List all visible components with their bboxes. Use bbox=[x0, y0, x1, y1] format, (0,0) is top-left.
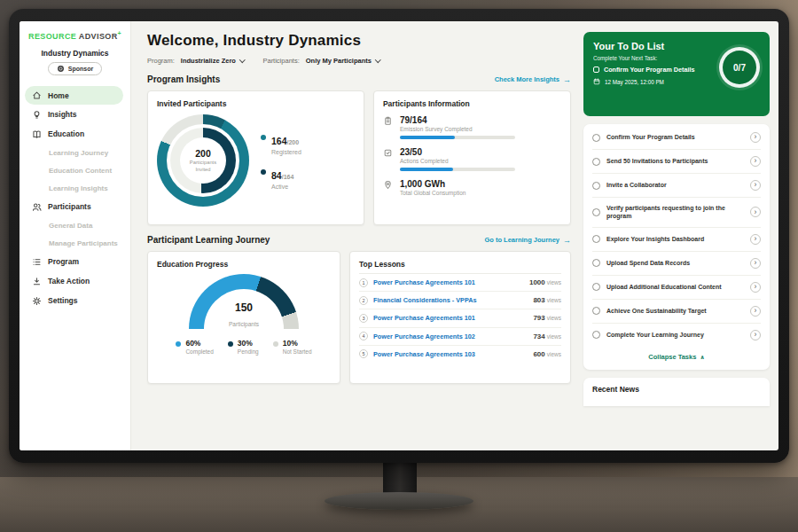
arrow-right-icon: → bbox=[563, 75, 571, 84]
rank-badge: 2 bbox=[359, 296, 368, 305]
donut-center-value: 200 bbox=[195, 148, 211, 159]
todo-column: Your To Do List Complete Your Next Task:… bbox=[582, 21, 778, 450]
chevron-right-icon[interactable]: › bbox=[750, 258, 761, 269]
lesson-link[interactable]: Financial Considerations - VPPAs bbox=[373, 296, 528, 304]
logo-primary: RESOURCE bbox=[28, 32, 76, 41]
sidebar-item-settings[interactable]: Settings bbox=[20, 291, 130, 310]
sidebar-item-take-action[interactable]: Take Action bbox=[20, 271, 130, 291]
legend-completed: 60% Completed bbox=[176, 339, 213, 355]
task-row-verify-participants[interactable]: Verify participants requesting to join t… bbox=[592, 198, 761, 228]
lesson-link[interactable]: Power Purchase Agreements 103 bbox=[373, 350, 528, 358]
gauge-center-value: 150 bbox=[189, 301, 299, 314]
task-row-invite-collaborator[interactable]: Invite a Collaborator › bbox=[592, 174, 761, 198]
invited-participants-card: Invited Participants 200 Participants In… bbox=[147, 90, 364, 225]
sidebar-item-general-data[interactable]: General Data bbox=[20, 216, 130, 234]
rank-badge: 4 bbox=[359, 332, 368, 340]
task-checkbox[interactable] bbox=[592, 283, 600, 291]
sidebar: RESOURCE ADVISOR+ Industry Dynamics Spon… bbox=[20, 21, 131, 450]
chevron-right-icon[interactable]: › bbox=[750, 282, 761, 293]
task-checkbox[interactable] bbox=[592, 331, 600, 339]
sidebar-item-learning-insights[interactable]: Learning Insights bbox=[20, 179, 130, 197]
lesson-views: 734views bbox=[533, 332, 561, 340]
chevron-down-icon bbox=[239, 57, 245, 62]
sidebar-item-learning-journey[interactable]: Learning Journey bbox=[20, 144, 130, 161]
task-checkbox[interactable] bbox=[592, 307, 600, 315]
task-checkbox[interactable] bbox=[592, 158, 600, 166]
task-row-explore-insights[interactable]: Explore Your Insights Dashboard › bbox=[592, 228, 761, 252]
sidebar-item-education-content[interactable]: Education Content bbox=[20, 161, 130, 179]
check-more-insights-link[interactable]: Check More Insights → bbox=[495, 75, 571, 84]
lesson-views: 803views bbox=[533, 296, 561, 304]
lesson-link[interactable]: Power Purchase Agreements 101 bbox=[373, 278, 524, 286]
rank-badge: 3 bbox=[359, 314, 368, 323]
lesson-row: 2 Financial Considerations - VPPAs 803vi… bbox=[359, 292, 561, 309]
task-row-send-invitations[interactable]: Send 50 Invitations to Participants › bbox=[592, 150, 761, 174]
location-pin-icon bbox=[383, 180, 393, 196]
task-row-confirm-program[interactable]: Confirm Your Program Details › bbox=[592, 126, 761, 150]
legend-active: 84/164 Active bbox=[261, 167, 301, 190]
participants-dropdown[interactable]: Only My Participants bbox=[306, 57, 380, 65]
collapse-tasks-link[interactable]: Collapse Tasks∧ bbox=[592, 347, 761, 368]
stat-actions-completed: 23/50 Actions Completed bbox=[383, 147, 561, 171]
lesson-views: 793views bbox=[533, 314, 561, 322]
task-row-upload-spend-data[interactable]: Upload Spend Data Records › bbox=[592, 252, 761, 276]
task-checkbox[interactable] bbox=[592, 134, 600, 142]
rank-badge: 1 bbox=[359, 278, 368, 287]
chevron-down-icon bbox=[375, 57, 380, 62]
task-checkbox[interactable] bbox=[592, 259, 600, 267]
task-row-complete-learning-journey[interactable]: Complete Your Learning Journey › bbox=[592, 324, 761, 347]
lesson-link[interactable]: Power Purchase Agreements 101 bbox=[373, 314, 528, 322]
sidebar-item-program[interactable]: Program bbox=[20, 252, 130, 271]
invited-donut: 200 Participants Invited bbox=[157, 114, 249, 207]
todo-task-list: Confirm Your Program Details › Send 50 I… bbox=[583, 124, 770, 370]
chevron-right-icon[interactable]: › bbox=[750, 306, 761, 317]
sponsor-badge: Sponsor bbox=[48, 62, 102, 75]
program-dropdown[interactable]: Industrialize Zero bbox=[181, 57, 245, 65]
sidebar-item-insights[interactable]: Insights bbox=[20, 105, 130, 124]
sidebar-item-manage-participants[interactable]: Manage Participants bbox=[20, 234, 130, 252]
chevron-right-icon[interactable]: › bbox=[750, 207, 761, 217]
caret-up-icon: ∧ bbox=[700, 354, 704, 360]
chevron-right-icon[interactable]: › bbox=[750, 132, 761, 143]
top-lessons-card: Top Lessons 1 Power Purchase Agreements … bbox=[349, 251, 571, 384]
lightbulb-icon bbox=[32, 110, 42, 120]
education-gauge: 150 Participants bbox=[189, 274, 299, 330]
go-to-learning-journey-link[interactable]: Go to Learning Journey → bbox=[484, 236, 571, 245]
rank-badge: 5 bbox=[359, 349, 368, 358]
active-dot-icon bbox=[261, 169, 266, 175]
task-checkbox[interactable] bbox=[592, 182, 600, 190]
sidebar-item-home[interactable]: Home bbox=[25, 86, 123, 105]
not-started-dot-icon bbox=[273, 341, 278, 347]
lesson-row: 3 Power Purchase Agreements 101 793views bbox=[359, 309, 561, 327]
actions-progress-bar bbox=[400, 168, 515, 171]
stat-emission-survey: 79/164 Emission Survey Completed bbox=[383, 115, 561, 139]
lesson-views: 600views bbox=[533, 350, 561, 358]
check-square-icon bbox=[383, 148, 393, 171]
checkbox-icon[interactable] bbox=[593, 66, 599, 73]
chevron-right-icon[interactable]: › bbox=[750, 156, 761, 167]
chevron-right-icon[interactable]: › bbox=[750, 234, 761, 245]
sidebar-item-participants[interactable]: Participants bbox=[20, 197, 130, 216]
gauge-center-label: Participants bbox=[229, 321, 259, 327]
donut-center-label: Participants Invited bbox=[184, 160, 223, 173]
lesson-views: 1000views bbox=[529, 278, 561, 286]
completed-dot-icon bbox=[176, 341, 181, 347]
task-checkbox[interactable] bbox=[592, 208, 600, 216]
chevron-right-icon[interactable]: › bbox=[750, 330, 761, 340]
education-progress-card: Education Progress 150 Participants bbox=[147, 251, 340, 384]
recent-news-header: Recent News bbox=[583, 378, 770, 406]
sidebar-nav: Home Insights Education Learning Journey… bbox=[20, 86, 130, 310]
pending-dot-icon bbox=[228, 341, 233, 347]
sidebar-item-education[interactable]: Education bbox=[20, 124, 130, 144]
registered-dot-icon bbox=[261, 135, 266, 140]
chevron-right-icon[interactable]: › bbox=[750, 180, 761, 191]
legend-registered: 164/200 Registered bbox=[261, 132, 301, 155]
list-icon bbox=[32, 257, 42, 267]
page-title: Welcome, Industry Dynamics bbox=[147, 32, 571, 50]
task-checkbox[interactable] bbox=[592, 235, 600, 243]
task-row-achieve-target[interactable]: Achieve One Sustainability Target › bbox=[592, 300, 761, 324]
app-logo: RESOURCE ADVISOR+ bbox=[20, 30, 130, 41]
lesson-link[interactable]: Power Purchase Agreements 102 bbox=[373, 332, 528, 340]
participant-learning-journey-title: Participant Learning Journey bbox=[147, 235, 270, 245]
task-row-upload-educational-content[interactable]: Upload Additional Educational Content › bbox=[592, 276, 761, 300]
